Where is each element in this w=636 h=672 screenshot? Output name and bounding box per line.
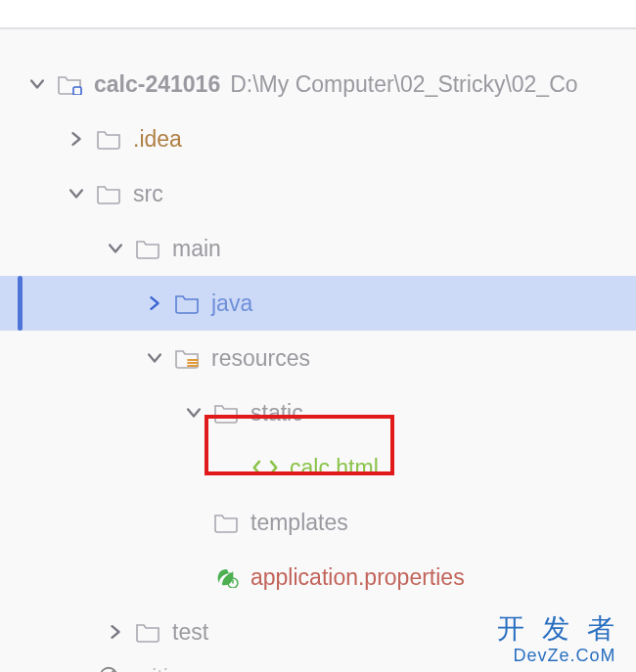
- tree-node-label: calc.html: [290, 455, 379, 481]
- folder-icon: [96, 183, 123, 204]
- tree-node-static[interactable]: static: [0, 385, 636, 440]
- chevron-down-icon[interactable]: [67, 187, 86, 201]
- chevron-down-icon[interactable]: [145, 351, 164, 365]
- chevron-right-icon[interactable]: [106, 625, 125, 639]
- tree-node-gitignore[interactable]: .gitignore: [0, 665, 636, 672]
- tree-node-label: test: [172, 619, 208, 646]
- tree-node-src[interactable]: src: [0, 166, 636, 221]
- tree-node-main[interactable]: main: [0, 221, 636, 276]
- folder-icon: [213, 402, 241, 424]
- tree-node-label: src: [133, 181, 163, 207]
- tree-node-java[interactable]: java: [0, 276, 636, 331]
- svg-rect-0: [73, 87, 81, 95]
- tree-node-calc-html[interactable]: calc.html: [0, 440, 636, 495]
- tree-node-test[interactable]: test: [0, 605, 636, 659]
- chevron-right-icon[interactable]: [67, 132, 86, 146]
- tree-node-label: main: [172, 236, 221, 262]
- tree-node-label: calc-241016: [94, 71, 220, 98]
- tree-node-idea[interactable]: .idea: [0, 112, 636, 166]
- folder-icon: [96, 128, 123, 150]
- tree-node-root[interactable]: calc-241016 D:\My Computer\02_Stricky\02…: [0, 57, 636, 112]
- panel-divider: [0, 0, 636, 29]
- tree-node-label: java: [211, 291, 252, 317]
- chevron-down-icon[interactable]: [27, 77, 47, 91]
- tree-node-label: .gitignore: [133, 665, 226, 672]
- tree-node-label: static: [250, 400, 303, 426]
- chevron-down-icon[interactable]: [106, 242, 125, 255]
- ignore-file-icon: [96, 665, 123, 672]
- module-folder-icon: [57, 73, 84, 95]
- tree-node-label: templates: [250, 510, 348, 536]
- chevron-right-icon[interactable]: [145, 296, 164, 310]
- tree-node-resources[interactable]: resources: [0, 331, 636, 385]
- tree-node-label: .idea: [133, 126, 182, 153]
- chevron-down-icon[interactable]: [184, 406, 204, 420]
- folder-icon: [135, 621, 162, 643]
- project-tree: calc-241016 D:\My Computer\02_Stricky\02…: [0, 29, 636, 672]
- tree-node-label: application.properties: [250, 564, 465, 591]
- html-file-icon: [252, 457, 284, 478]
- spring-config-icon: [213, 566, 241, 588]
- tree-node-app-properties[interactable]: application.properties: [0, 550, 636, 605]
- tree-node-label: resources: [211, 345, 310, 372]
- source-folder-icon: [174, 292, 202, 314]
- folder-icon: [135, 238, 162, 259]
- tree-node-templates[interactable]: templates: [0, 495, 636, 550]
- resources-folder-icon: [174, 347, 202, 369]
- tree-node-path: D:\My Computer\02_Stricky\02_Co: [230, 71, 577, 98]
- folder-icon: [213, 512, 241, 533]
